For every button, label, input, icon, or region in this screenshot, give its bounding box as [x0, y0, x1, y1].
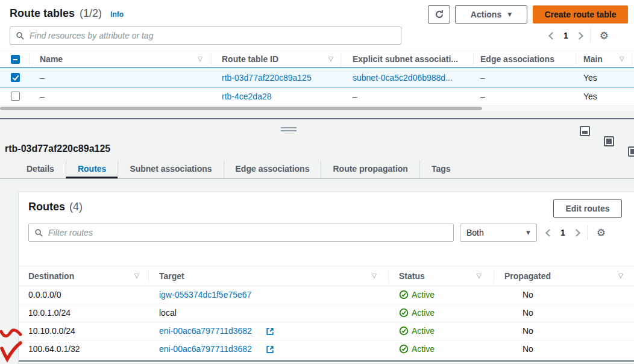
- detail-panel: rtb-03d77af220c89a125 Details Routes Sub…: [0, 119, 634, 364]
- resource-search[interactable]: [10, 27, 401, 45]
- cell-propagated: No: [523, 326, 533, 336]
- sort-icon[interactable]: ▽: [328, 55, 333, 62]
- cell-edge: –: [480, 92, 485, 101]
- cell-destination: 100.64.0.1/32: [28, 344, 80, 354]
- status-text: Active: [412, 344, 435, 354]
- route-tables-page: Route tables (1/2) Info Actions ▼ Create…: [0, 0, 634, 364]
- col-header-route-table-id[interactable]: Route table ID: [222, 54, 278, 64]
- filter-routes-input[interactable]: [48, 228, 448, 237]
- divider: [588, 225, 588, 240]
- cell-name: –: [40, 92, 45, 101]
- info-link[interactable]: Info: [110, 10, 124, 19]
- col-header-target[interactable]: Target: [159, 271, 184, 281]
- subnet-link[interactable]: subnet-0ca5c2d06b988d...: [353, 73, 453, 83]
- divider: [591, 28, 591, 43]
- cell-propagated: No: [523, 290, 533, 300]
- panel-layout-bottom-icon[interactable]: [580, 126, 590, 136]
- route-table-id-link[interactable]: rtb-03d77af220c89a125: [222, 73, 312, 83]
- route-table-id-link[interactable]: rtb-4ce2da28: [222, 92, 272, 101]
- col-header-edge-associations[interactable]: Edge associations: [480, 54, 554, 64]
- status-badge: Active: [399, 308, 435, 318]
- panel-layout-full-icon[interactable]: [604, 136, 614, 146]
- sort-icon[interactable]: ▽: [618, 272, 623, 279]
- prev-page-icon[interactable]: [545, 229, 553, 237]
- target-link[interactable]: eni-00ac6a797711d3682: [159, 326, 252, 336]
- horizontal-scrollbar[interactable]: [0, 106, 634, 111]
- page-title: Route tables: [10, 7, 75, 20]
- settings-gear-icon[interactable]: ⚙: [597, 228, 606, 238]
- panel-resize-handle[interactable]: [281, 127, 297, 133]
- col-header-explicit-subnet[interactable]: Explicit subnet associati...: [353, 54, 458, 64]
- page-count: (1/2): [80, 7, 102, 20]
- routes-count: (4): [69, 201, 83, 213]
- routes-header-row: Destination ▽ Target ▽ Status ▽ Propagat…: [19, 266, 634, 286]
- sort-icon[interactable]: ▽: [134, 272, 139, 279]
- edit-routes-button[interactable]: Edit routes: [553, 199, 622, 218]
- status-badge: Active: [399, 290, 435, 300]
- status-text: Active: [412, 290, 435, 300]
- page-number[interactable]: 1: [563, 31, 568, 40]
- tab-details[interactable]: Details: [15, 160, 66, 178]
- cell-name: –: [40, 73, 45, 83]
- edit-routes-label: Edit routes: [565, 204, 609, 213]
- col-header-name[interactable]: Name: [40, 54, 63, 64]
- create-route-table-button[interactable]: Create route table: [533, 5, 628, 24]
- row-checkbox[interactable]: [11, 73, 20, 82]
- next-page-icon[interactable]: [573, 229, 580, 237]
- split-divider-line: [0, 111, 634, 119]
- col-header-propagated[interactable]: Propagated: [504, 271, 551, 281]
- route-row[interactable]: 10.10.0.0/24 eni-00ac6a797711d3682 Activ…: [19, 322, 634, 340]
- route-row[interactable]: 100.64.0.1/32 eni-00ac6a797711d3682 Acti…: [19, 340, 634, 359]
- route-type-select[interactable]: Both ▼: [460, 224, 537, 242]
- cell-main: Yes: [583, 73, 597, 83]
- route-tables-header-row: Name ▽ Route table ID ▽ Explicit subnet …: [0, 51, 634, 67]
- target-link[interactable]: igw-055374dc1f5e75e67: [159, 290, 251, 300]
- chevron-down-icon: ▼: [526, 230, 530, 236]
- sort-icon[interactable]: ▽: [372, 272, 377, 279]
- search-icon: [16, 31, 25, 40]
- select-all-checkbox[interactable]: [11, 55, 20, 64]
- refresh-icon: [435, 10, 444, 19]
- tab-subnet-associations[interactable]: Subnet associations: [118, 160, 223, 178]
- next-page-icon[interactable]: [576, 32, 583, 40]
- col-header-destination[interactable]: Destination: [28, 271, 74, 281]
- resource-search-input[interactable]: [30, 31, 395, 40]
- cell-destination: 10.0.1.0/24: [28, 308, 71, 318]
- status-badge: Active: [399, 344, 435, 354]
- row-checkbox[interactable]: [11, 92, 20, 101]
- route-row[interactable]: 10.0.1.0/24 local Active No: [19, 304, 634, 322]
- tab-route-propagation[interactable]: Route propagation: [321, 160, 419, 178]
- scrollbar-thumb[interactable]: [0, 107, 482, 110]
- external-link-icon[interactable]: [266, 345, 274, 354]
- refresh-button[interactable]: [428, 5, 450, 24]
- settings-gear-icon[interactable]: ⚙: [600, 31, 609, 41]
- col-header-status[interactable]: Status: [399, 271, 425, 281]
- external-link-icon[interactable]: [266, 327, 274, 336]
- status-badge: Active: [399, 326, 435, 336]
- tab-routes[interactable]: Routes: [66, 160, 118, 178]
- status-text: Active: [412, 326, 435, 336]
- sort-icon[interactable]: ▽: [620, 55, 624, 62]
- table-row[interactable]: – rtb-4ce2da28 – – Yes: [0, 87, 634, 106]
- cell-edge: –: [480, 73, 485, 83]
- actions-button[interactable]: Actions ▼: [455, 5, 527, 24]
- prev-page-icon[interactable]: [548, 32, 556, 40]
- card-bottom-border: [19, 360, 634, 362]
- sort-icon[interactable]: ▽: [477, 272, 482, 279]
- routes-page-number[interactable]: 1: [560, 228, 565, 237]
- panel-layout-side-icon[interactable]: [628, 146, 634, 157]
- tab-tags[interactable]: Tags: [419, 160, 462, 178]
- cell-destination: 10.10.0.0/24: [28, 326, 75, 336]
- filter-routes-box[interactable]: [28, 224, 454, 242]
- chevron-down-icon: ▼: [507, 11, 512, 17]
- search-icon: [34, 228, 43, 237]
- col-header-main[interactable]: Main: [583, 54, 603, 64]
- table-row[interactable]: – rtb-03d77af220c89a125 subnet-0ca5c2d06…: [0, 67, 634, 87]
- target-link[interactable]: eni-00ac6a797711d3682: [159, 344, 252, 354]
- route-row[interactable]: 0.0.0.0/0 igw-055374dc1f5e75e67 Active N…: [19, 286, 634, 304]
- red-check-mark: [2, 343, 20, 359]
- detail-title: rtb-03d77af220c89a125: [5, 143, 110, 154]
- tab-edge-associations[interactable]: Edge associations: [224, 160, 321, 178]
- sort-icon[interactable]: ▽: [198, 55, 202, 62]
- cell-destination: 0.0.0.0/0: [28, 290, 61, 300]
